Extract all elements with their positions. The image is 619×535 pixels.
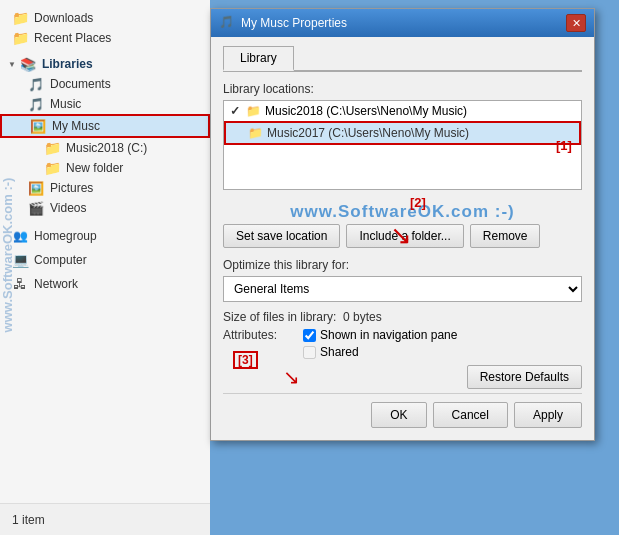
explorer-panel: 📁 Downloads 📁 Recent Places ▼ 📚 Librarie… <box>0 0 210 535</box>
close-button[interactable]: ✕ <box>566 14 586 32</box>
arrow-3: ↘ <box>283 365 300 389</box>
nav-network[interactable]: 🖧 Network <box>0 274 210 294</box>
nav-music2018-label: Music2018 (C:) <box>66 141 147 155</box>
file-size-row: Size of files in library: 0 bytes <box>223 310 582 324</box>
nav-network-label: Network <box>34 277 78 291</box>
attributes-row: Attributes: Shown in navigation pane Sha… <box>223 328 582 359</box>
nav-homegroup-label: Homegroup <box>34 229 97 243</box>
nav-recent-places[interactable]: 📁 Recent Places <box>0 28 210 48</box>
shared-item: Shared <box>303 345 457 359</box>
shown-in-nav-label: Shown in navigation pane <box>320 328 457 342</box>
folder-icon: 📁 <box>12 10 28 26</box>
restore-row: [3] ↘ Restore Defaults <box>223 365 582 389</box>
annotation-2: [2] <box>410 195 426 210</box>
checkmark-icon-2: ✓ <box>232 126 242 140</box>
nav-pictures[interactable]: 🖼️ Pictures <box>0 178 210 198</box>
location-1-name: Music2018 (C:\Users\Neno\My Music) <box>265 104 467 118</box>
homegroup-icon: 👥 <box>12 228 28 244</box>
nav-computer[interactable]: 💻 Computer <box>0 250 210 270</box>
libraries-label: Libraries <box>42 57 93 71</box>
nav-computer-label: Computer <box>34 253 87 267</box>
nav-my-musc[interactable]: 🖼️ My Musc <box>0 114 210 138</box>
expand-triangle: ▼ <box>8 60 16 69</box>
shared-label: Shared <box>320 345 359 359</box>
dialog-title-icon: 🎵 <box>219 15 235 31</box>
annotation-label-3: [3] <box>233 351 258 369</box>
folder-icon: 📁 <box>44 140 60 156</box>
optimize-label: Optimize this library for: <box>223 258 582 272</box>
nav-pictures-label: Pictures <box>50 181 93 195</box>
restore-defaults-button[interactable]: Restore Defaults <box>467 365 582 389</box>
nav-downloads-label: Downloads <box>34 11 93 25</box>
folder-icon: 📁 <box>44 160 60 176</box>
arrow-to-remove: ↘ <box>390 220 412 251</box>
nav-videos-label: Videos <box>50 201 86 215</box>
my-musc-icon: 🖼️ <box>30 118 46 134</box>
size-label: Size of files in library: <box>223 310 343 324</box>
shown-in-nav-checkbox[interactable] <box>303 329 316 342</box>
location-item-2[interactable]: ✓ 📁 Music2017 (C:\Users\Neno\My Music) <box>224 121 581 145</box>
library-locations-label: Library locations: <box>223 82 582 96</box>
music-library-icon: 🎵 <box>28 96 44 112</box>
locations-list: ✓ 📁 Music2018 (C:\Users\Neno\My Music) ✓… <box>223 100 582 190</box>
folder-icon-2: 📁 <box>248 126 263 140</box>
nav-recent-places-label: Recent Places <box>34 31 111 45</box>
dialog-title-text: My Musc Properties <box>241 16 347 30</box>
nav-new-folder-label: New folder <box>66 161 123 175</box>
shared-checkbox[interactable] <box>303 346 316 359</box>
computer-icon: 💻 <box>12 252 28 268</box>
nav-documents[interactable]: 🎵 Documents <box>0 74 210 94</box>
annotation-1: [1] <box>556 138 572 153</box>
tab-library[interactable]: Library <box>223 46 294 71</box>
tab-bar: Library <box>223 45 582 72</box>
dialog-title-area: 🎵 My Musc Properties <box>219 15 347 31</box>
nav-music2018[interactable]: 📁 Music2018 (C:) <box>0 138 210 158</box>
dialog-bottom-buttons: OK Cancel Apply <box>223 393 582 428</box>
set-save-location-button[interactable]: Set save location <box>223 224 340 248</box>
location-2-name: Music2017 (C:\Users\Neno\My Music) <box>267 126 469 140</box>
optimize-section: Optimize this library for: General Items… <box>223 258 582 302</box>
nav-my-musc-label: My Musc <box>52 119 100 133</box>
pictures-icon: 🖼️ <box>28 180 44 196</box>
nav-new-folder[interactable]: 📁 New folder <box>0 158 210 178</box>
folder-icon: 📁 <box>246 104 261 118</box>
nav-downloads[interactable]: 📁 Downloads <box>0 8 210 28</box>
folder-icon: 📁 <box>12 30 28 46</box>
cancel-button[interactable]: Cancel <box>433 402 508 428</box>
nav-music[interactable]: 🎵 Music <box>0 94 210 114</box>
shown-in-nav-item: Shown in navigation pane <box>303 328 457 342</box>
nav-homegroup[interactable]: 👥 Homegroup <box>0 226 210 246</box>
status-count: 1 item <box>12 513 45 527</box>
ok-button[interactable]: OK <box>371 402 426 428</box>
size-value: 0 bytes <box>343 310 382 324</box>
nav-videos[interactable]: 🎬 Videos <box>0 198 210 218</box>
location-item-1[interactable]: ✓ 📁 Music2018 (C:\Users\Neno\My Music) <box>224 101 581 121</box>
nav-documents-label: Documents <box>50 77 111 91</box>
checkbox-group: Shown in navigation pane Shared <box>303 328 457 359</box>
libraries-section-header[interactable]: ▼ 📚 Libraries <box>0 54 210 74</box>
network-icon: 🖧 <box>12 276 28 292</box>
nav-music-label: Music <box>50 97 81 111</box>
dialog-titlebar: 🎵 My Musc Properties ✕ <box>211 9 594 37</box>
optimize-dropdown[interactable]: General Items Documents Music Pictures V… <box>223 276 582 302</box>
attributes-label: Attributes: <box>223 328 303 342</box>
status-bar: 1 item <box>0 503 210 535</box>
apply-button[interactable]: Apply <box>514 402 582 428</box>
checkmark-icon: ✓ <box>230 104 240 118</box>
videos-icon: 🎬 <box>28 200 44 216</box>
library-icon: 🎵 <box>28 76 44 92</box>
libraries-icon: 📚 <box>20 56 36 72</box>
remove-button[interactable]: Remove <box>470 224 541 248</box>
